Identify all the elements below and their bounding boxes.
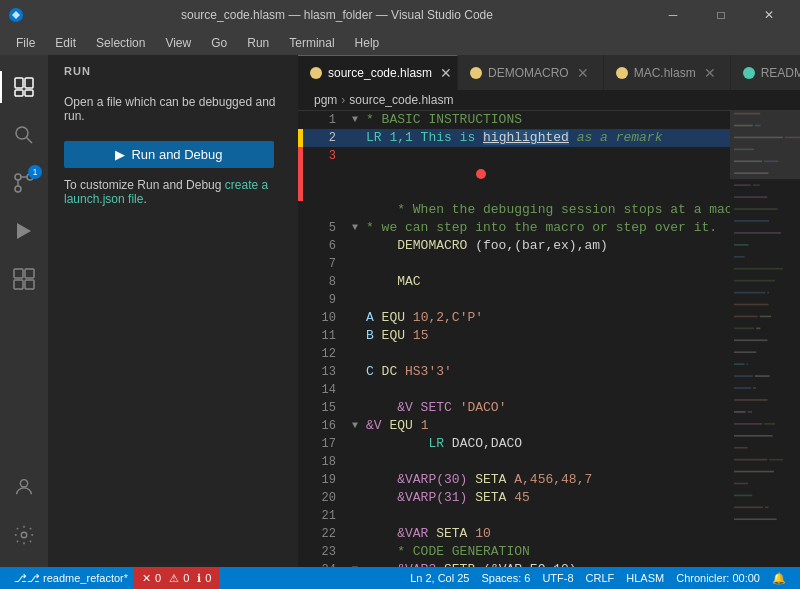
fold-arrow — [348, 273, 362, 291]
fold-arrow — [348, 363, 362, 381]
run-debug-activity-icon[interactable] — [0, 207, 48, 255]
line-number: 3 — [303, 147, 348, 201]
tab-source-code-hlasm[interactable]: source_code.hlasm ✕ — [298, 55, 458, 90]
run-debug-button[interactable]: ▶Run and Debug — [64, 141, 274, 168]
notification-bell[interactable]: 🔔 — [766, 567, 792, 589]
run-customize-text: To customize Run and Debug create a laun… — [64, 178, 282, 206]
menu-run[interactable]: Run — [239, 34, 277, 52]
line-content: MAC — [362, 273, 730, 291]
tab-mac-hlasm[interactable]: MAC.hlasm ✕ — [604, 55, 731, 90]
line-content: B EQU 15 — [362, 327, 730, 345]
editor-body: 1 ▼ * BASIC INSTRUCTIONS 2 LR 1,1 This i… — [298, 111, 800, 567]
search-activity-icon[interactable] — [0, 111, 48, 159]
tab-icon-mac — [616, 67, 628, 79]
tab-label-mac: MAC.hlasm — [634, 66, 696, 80]
editor[interactable]: 1 ▼ * BASIC INSTRUCTIONS 2 LR 1,1 This i… — [298, 111, 730, 567]
editor-line: * When the debugging session stops at a … — [298, 201, 730, 219]
close-button[interactable]: ✕ — [746, 0, 792, 30]
info-count: 0 — [205, 572, 211, 584]
line-content: * CODE GENERATION — [362, 543, 730, 561]
editor-line: 18 — [298, 453, 730, 471]
fold-arrow — [348, 345, 362, 363]
app-body: 1 RUN Open a file which can be debugged … — [0, 55, 800, 567]
source-control-status[interactable]: ⎇ ⎇ readme_refactor* — [8, 567, 134, 589]
tab-demomacro[interactable]: DEMOMACRO ✕ — [458, 55, 604, 90]
editor-line: 11 B EQU 15 — [298, 327, 730, 345]
extensions-activity-icon[interactable] — [0, 255, 48, 303]
editor-line: 19 &VARP(30) SETA A,456,48,7 — [298, 471, 730, 489]
bell-icon: 🔔 — [772, 572, 786, 585]
line-number: 12 — [303, 345, 348, 363]
tab-close-demomacro[interactable]: ✕ — [575, 65, 591, 81]
titlebar-controls: ─ □ ✕ — [650, 0, 792, 30]
fold-arrow — [348, 489, 362, 507]
svg-point-16 — [21, 532, 27, 538]
tab-close-mac[interactable]: ✕ — [702, 65, 718, 81]
menu-selection[interactable]: Selection — [88, 34, 153, 52]
cursor-position-status[interactable]: Ln 2, Col 25 — [404, 567, 475, 589]
editor-line-debug: 2 LR 1,1 This is highlighted as a remark — [298, 129, 730, 147]
tab-label-demomacro: DEMOMACRO — [488, 66, 569, 80]
svg-rect-12 — [25, 269, 34, 278]
line-number: 17 — [303, 435, 348, 453]
line-number: 16 — [303, 417, 348, 435]
line-number: 8 — [303, 273, 348, 291]
chronicler-status[interactable]: Chronicler: 00:00 — [670, 567, 766, 589]
fold-arrow — [348, 525, 362, 543]
language-mode-status[interactable]: HLASM — [620, 567, 670, 589]
menu-file[interactable]: File — [8, 34, 43, 52]
indentation-text: Spaces: 6 — [481, 572, 530, 584]
line-number: 22 — [303, 525, 348, 543]
editor-line: 15 &V SETC 'DACO' — [298, 399, 730, 417]
tab-close-source-code[interactable]: ✕ — [438, 65, 454, 81]
indentation-status[interactable]: Spaces: 6 — [475, 567, 536, 589]
settings-activity-icon[interactable] — [0, 511, 48, 559]
line-number: 18 — [303, 453, 348, 471]
menu-edit[interactable]: Edit — [47, 34, 84, 52]
maximize-button[interactable]: □ — [698, 0, 744, 30]
tab-readme-md[interactable]: README.md ✕ — [731, 55, 800, 90]
line-content — [362, 381, 730, 399]
git-branch-icon: ⎇ — [14, 572, 27, 585]
accounts-activity-icon[interactable] — [0, 463, 48, 511]
source-control-activity-icon[interactable]: 1 — [0, 159, 48, 207]
fold-arrow — [348, 147, 362, 201]
encoding-status[interactable]: UTF-8 — [536, 567, 579, 589]
fold-arrow — [348, 237, 362, 255]
line-ending-status[interactable]: CRLF — [580, 567, 621, 589]
menu-terminal[interactable]: Terminal — [281, 34, 342, 52]
breakpoint-icon — [475, 168, 487, 180]
editor-line: 8 MAC — [298, 273, 730, 291]
fold-arrow — [348, 453, 362, 471]
fold-arrow — [348, 327, 362, 345]
errors-warnings-status[interactable]: ✕ 0 ⚠ 0 ℹ 0 — [134, 567, 219, 589]
tab-icon-readme — [743, 67, 755, 79]
fold-arrow[interactable]: ▼ — [348, 111, 362, 129]
breadcrumb-file[interactable]: source_code.hlasm — [349, 93, 453, 107]
error-icon: ✕ — [142, 572, 151, 585]
editor-line: 7 — [298, 255, 730, 273]
menu-help[interactable]: Help — [347, 34, 388, 52]
breadcrumb-root[interactable]: pgm — [314, 93, 337, 107]
fold-arrow — [348, 381, 362, 399]
line-content: * When the debugging session stops at a … — [362, 201, 730, 219]
menu-view[interactable]: View — [157, 34, 199, 52]
line-content: DEMOMACRO (foo,(bar,ex),am) — [362, 237, 730, 255]
line-content — [362, 291, 730, 309]
tab-icon-hlasm — [310, 67, 322, 79]
explorer-activity-icon[interactable] — [0, 63, 48, 111]
menu-go[interactable]: Go — [203, 34, 235, 52]
line-content: * we can step into the macro or step ove… — [362, 219, 730, 237]
svg-marker-10 — [17, 223, 31, 239]
editor-line: 14 — [298, 381, 730, 399]
minimize-button[interactable]: ─ — [650, 0, 696, 30]
line-number: 5 — [303, 219, 348, 237]
main-area: source_code.hlasm ✕ DEMOMACRO ✕ MAC.hlas… — [298, 55, 800, 567]
editor-line: 17 LR DACO,DACO — [298, 435, 730, 453]
line-number: 15 — [303, 399, 348, 417]
svg-rect-11 — [14, 269, 23, 278]
editor-line: 10 A EQU 10,2,C'P' — [298, 309, 730, 327]
svg-rect-3 — [15, 90, 23, 96]
fold-arrow[interactable]: ▼ — [348, 219, 362, 237]
fold-arrow[interactable]: ▼ — [348, 417, 362, 435]
